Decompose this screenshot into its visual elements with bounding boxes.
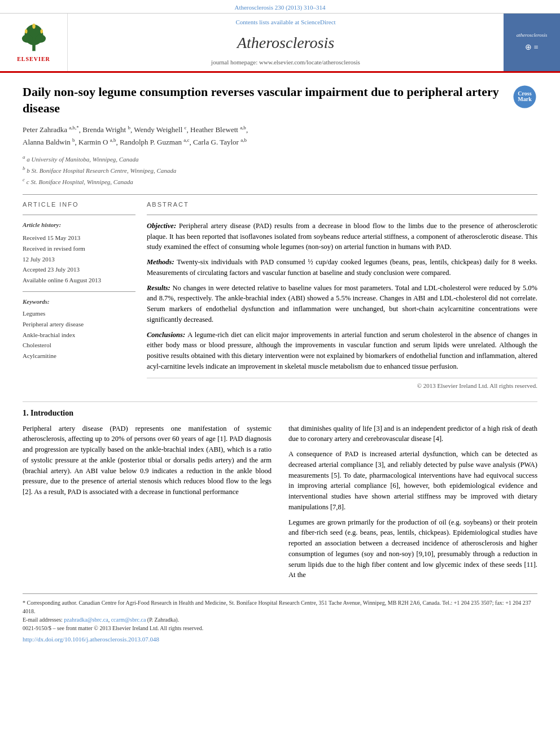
article-info-label: ARTICLE INFO xyxy=(23,200,135,209)
intro-right-col: that diminishes quality of life [3] and … xyxy=(288,423,537,586)
affiliation-b: b b St. Boniface Hospital Research Centr… xyxy=(23,164,537,176)
svg-point-5 xyxy=(24,29,27,33)
history-dates: Received 15 May 2013 Received in revised… xyxy=(23,233,135,285)
affiliations: a a University of Manitoba, Winnipeg, Ca… xyxy=(23,153,537,187)
author-randolph: Randolph P. Guzman a,c, xyxy=(120,138,193,146)
journal-right-text: atherosclerosis xyxy=(517,32,547,39)
footnotes: * Corresponding author. Canadian Centre … xyxy=(23,593,537,644)
journal-title: Atherosclerosis xyxy=(237,32,334,54)
abstract-results: Results: No changes in were detected rel… xyxy=(147,283,537,325)
intro-left-col: Peripheral artery disease (PAD) represen… xyxy=(23,423,272,586)
abstract-label: ABSTRACT xyxy=(147,200,537,209)
svg-point-2 xyxy=(21,34,32,43)
abstract-objective: Objective: Peripheral artery disease (PA… xyxy=(147,221,537,252)
intro-right-para3: Legumes are grown primarily for the prod… xyxy=(288,517,537,581)
email-label: E-mail addresses: xyxy=(23,617,63,623)
doi-line: http://dx.doi.org/10.1016/j.atherosclero… xyxy=(23,635,537,644)
abstract-col: ABSTRACT Objective: Peripheral artery di… xyxy=(147,200,537,391)
crossmark-badge-icon: Cross Mark xyxy=(512,84,537,110)
author-brenda: Brenda Wright b, xyxy=(82,125,134,134)
journal-url: journal homepage: www.elsevier.com/locat… xyxy=(211,58,360,67)
elsevier-brand: ELSEVIER xyxy=(17,55,50,63)
authors: Peter Zahradka a,b,*, Brenda Wright b, W… xyxy=(23,124,537,148)
keywords-divider xyxy=(23,291,135,292)
intro-two-col: Peripheral artery disease (PAD) represen… xyxy=(23,423,537,586)
conclusions-text: A legume-rich diet can elicit major impr… xyxy=(147,331,537,370)
section-divider xyxy=(23,194,537,195)
methods-label: Methods: xyxy=(147,258,177,266)
journal-header: ELSEVIER Contents lists available at Sci… xyxy=(0,14,560,73)
abstract-methods: Methods: Twenty-six individuals with PAD… xyxy=(147,257,537,278)
info-divider xyxy=(23,215,135,215)
intro-heading: Introduction xyxy=(30,409,73,417)
author-karmin: Karmin O a,b, xyxy=(78,138,120,146)
affiliation-c: c c St. Boniface Hospital, Winnipeg, Can… xyxy=(23,176,537,187)
accepted-date: Accepted 23 July 2013 xyxy=(23,264,135,275)
info-abstract-section: ARTICLE INFO Article history: Received 1… xyxy=(23,200,537,391)
elsevier-tree-icon xyxy=(14,22,54,53)
email1: pzahradka@sbrc.ca xyxy=(64,617,108,623)
available-date: Available online 6 August 2013 xyxy=(23,275,135,286)
email2: ccarm@sbrc.ca xyxy=(111,617,146,623)
email-line: E-mail addresses: pzahradka@sbrc.ca, cca… xyxy=(23,615,537,624)
article-info-col: ARTICLE INFO Article history: Received 1… xyxy=(23,200,135,391)
affiliation-a: a a University of Manitoba, Winnipeg, Ca… xyxy=(23,153,537,164)
journal-center: Contents lists available at ScienceDirec… xyxy=(68,14,504,71)
author-heather: Heather Blewett a,b, xyxy=(190,125,248,134)
journal-citation: Atherosclerosis 230 (2013) 310–314 xyxy=(234,4,325,11)
author-alanna: Alanna Baldwin b, xyxy=(23,138,78,146)
introduction-section: 1. Introduction Peripheral artery diseas… xyxy=(23,401,537,585)
results-label: Results: xyxy=(147,284,173,292)
svg-point-6 xyxy=(40,29,43,33)
results-text: No changes in were detected relative to … xyxy=(147,284,537,324)
keywords-list: Legumes Peripheral artery disease Ankle-… xyxy=(23,308,135,361)
sciencedirect-text: ScienceDirect xyxy=(301,19,336,25)
author-peter: Peter Zahradka a,b,*, xyxy=(23,125,82,134)
keyword-2: Peripheral artery disease xyxy=(23,319,135,330)
objective-text: Peripheral artery disease (PAD) results … xyxy=(147,222,537,251)
received-date: Received 15 May 2013 xyxy=(23,233,135,243)
keywords-label: Keywords: xyxy=(23,298,135,306)
intro-right-para1: that diminishes quality of life [3] and … xyxy=(288,423,537,445)
author-carla: Carla G. Taylor a,b xyxy=(193,138,247,146)
received-revised-date: 12 July 2013 xyxy=(23,254,135,265)
abstract-divider xyxy=(147,215,537,215)
article-area: Daily non-soy legume consumption reverse… xyxy=(0,73,560,655)
svg-point-4 xyxy=(32,24,36,29)
svg-text:Mark: Mark xyxy=(518,96,532,102)
intro-right-para2: A consequence of PAD is increased arteri… xyxy=(288,449,537,513)
top-bar: Atherosclerosis 230 (2013) 310–314 xyxy=(0,0,560,14)
journal-right-icons: ⊕ ≡ xyxy=(525,42,538,53)
objective-label: Objective: xyxy=(147,222,179,230)
journal-right-panel: atherosclerosis ⊕ ≡ xyxy=(504,14,560,71)
intro-left-para1: Peripheral artery disease (PAD) represen… xyxy=(23,423,272,497)
svg-point-3 xyxy=(35,34,45,43)
copyright: © 2013 Elsevier Ireland Ltd. All rights … xyxy=(147,378,537,390)
methods-text: Twenty-six individuals with PAD consumed… xyxy=(147,258,537,277)
article-title: Daily non-soy legume consumption reverse… xyxy=(23,84,504,116)
keyword-3: Ankle-brachial index xyxy=(23,330,135,340)
sciencedirect-link: Contents lists available at ScienceDirec… xyxy=(235,18,335,27)
keyword-1: Legumes xyxy=(23,308,135,319)
keyword-5: Acylcarnitine xyxy=(23,351,135,361)
email-suffix: (P. Zahradka). xyxy=(147,617,179,623)
issn-line: 0021-9150/$ – see front matter © 2013 El… xyxy=(23,624,537,632)
corresponding-author-note: * Corresponding author. Canadian Centre … xyxy=(23,599,537,615)
conclusions-label: Conclusions: xyxy=(147,331,187,339)
author-wendy: Wendy Weighell c, xyxy=(134,125,190,134)
intro-title: 1. Introduction xyxy=(23,408,537,419)
intro-number: 1. xyxy=(23,409,29,417)
article-title-section: Daily non-soy legume consumption reverse… xyxy=(23,84,537,116)
elsevier-logo: ELSEVIER xyxy=(0,14,68,71)
keyword-4: Cholesterol xyxy=(23,340,135,351)
article-history-label: Article history: xyxy=(23,221,135,229)
abstract-conclusions: Conclusions: A legume-rich diet can elic… xyxy=(147,330,537,372)
received-revised-label: Received in revised form xyxy=(23,243,135,254)
abstract-section: Objective: Peripheral artery disease (PA… xyxy=(147,221,537,372)
